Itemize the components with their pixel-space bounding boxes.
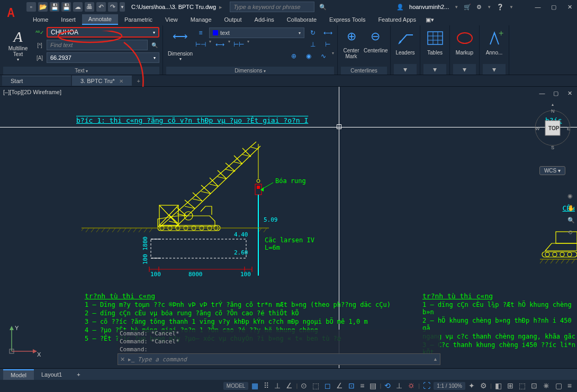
gizmo-icon[interactable]: ⛭ [405,380,417,391]
redo-icon[interactable]: ↷ [108,2,118,12]
new-icon[interactable]: ▫ [26,2,36,12]
layout-tab-layout1[interactable]: Layout1 [34,370,69,379]
quick-dim-icon[interactable]: ⟷ [213,39,226,50]
tab-express[interactable]: Express Tools [323,15,372,24]
undo-icon[interactable]: ↶ [96,2,106,12]
vp-close-icon[interactable]: ✕ [565,89,574,97]
open-icon[interactable]: 📂 [38,2,48,12]
plot-icon[interactable]: 🖶 [85,2,94,12]
tab-manage[interactable]: Manage [184,15,218,24]
text-height-dropdown[interactable]: 66.2937 ▾ [47,52,159,63]
dim-break-icon[interactable]: ⊥ [306,39,319,50]
tab-insert[interactable]: Insert [55,15,82,24]
hwaccel-icon[interactable]: ⛯ [540,380,552,391]
infer-icon[interactable]: ∠ [284,380,295,391]
file-tab-current[interactable]: 3. BPTC Tru* ✕ [72,76,132,86]
centerline-button[interactable]: ⊖ Centerline [364,30,387,65]
view-controls-label[interactable]: [–][Top][2D Wireframe] [3,89,61,95]
layout-tab-model[interactable]: Model [3,369,34,380]
dim-override-icon[interactable]: ⟷ [321,28,334,38]
maximize-icon[interactable]: ▢ [549,3,558,11]
dim-style-dropdown[interactable]: text ▾ [209,28,304,38]
tab-close-icon[interactable]: ✕ [119,78,123,84]
3dosnap-icon[interactable]: ∠ [334,380,345,391]
dimstyle-icon[interactable]: ≡ [194,28,207,38]
tol-icon[interactable]: ⊕ [287,51,300,61]
find-go-icon[interactable]: 🔍 [150,40,159,50]
wcs-badge[interactable]: WCS ▾ [539,166,565,175]
find-icon[interactable]: [ᴬ] [35,40,44,50]
center-mark-button[interactable]: ⊕ Center Mark [341,30,362,65]
annoscale-icon[interactable]: ⛶ [421,380,432,391]
saveas-icon[interactable]: 💾 [61,2,71,12]
transparency-icon[interactable]: ▤ [367,380,378,391]
markup-button[interactable]: Markup [453,26,476,64]
command-input[interactable]: Type a command [138,356,430,363]
ortho-icon[interactable]: ⊥ [272,380,283,391]
panel-anno-title[interactable]: ▾ [483,64,506,75]
qat-more-icon[interactable]: ▼ [120,2,125,12]
mtext-button[interactable]: A Multiline Text ▾ [3,26,33,65]
otrack-icon[interactable]: ⊡ [346,380,357,391]
navbar-pan-icon[interactable]: ✋ [567,205,575,212]
vp-maximize-icon[interactable]: ▢ [552,89,560,97]
lineweight-icon[interactable]: ≡ [358,380,366,391]
user-name[interactable]: hoanvuminh2... [409,4,449,10]
tab-annotate[interactable]: Annotate [82,14,118,25]
panel-tables-title[interactable]: ▾ [423,64,446,75]
cont-dim-icon[interactable]: ⊢⊢ [232,39,245,50]
height-icon[interactable]: [A] [35,53,44,62]
status-scale[interactable]: 1:1 / 100% [434,382,465,390]
cart-icon[interactable]: 🛒 [464,4,471,11]
web-icon[interactable]: ☁ [73,2,83,12]
file-tab-start[interactable]: Start [2,76,71,86]
tab-addins[interactable]: Add-ins [248,15,281,24]
grid-icon[interactable]: ▦ [249,380,260,391]
minimize-icon[interactable]: — [534,3,542,11]
search-icon[interactable]: 🔍 [319,3,327,11]
app-icon[interactable]: ⚙ [476,4,482,11]
jog-icon[interactable]: ∿ [317,51,330,61]
help-search-input[interactable]: Type a keyword or phrase [230,2,314,12]
vp-minimize-icon[interactable]: — [538,89,546,97]
snap-icon[interactable]: ⠿ [262,380,271,391]
units-icon[interactable]: ⬚ [517,380,528,391]
cmd-close-icon[interactable]: ✕ [120,356,125,363]
dimension-button[interactable]: ⟷ Dimension ▾ [166,26,194,65]
quickprop-icon[interactable]: ⊡ [529,380,539,391]
cycling-icon[interactable]: ⟲ [382,380,393,391]
drawing-canvas[interactable]: [–][Top][2D Wireframe] — ▢ ✕ b?íc 1: thi… [0,87,577,368]
navbar-orbit-icon[interactable]: ⟲ [567,229,575,236]
tab-output[interactable]: Output [218,15,248,24]
dim-update-icon[interactable]: ↻ [306,28,319,38]
panel-markup-title[interactable]: ▾ [453,64,476,75]
save-icon[interactable]: 💾 [50,2,59,12]
tab-view[interactable]: View [159,15,184,24]
workspace-icon[interactable]: ◧ [493,380,504,391]
iso-icon[interactable]: ⬚ [310,380,321,391]
leaders-button[interactable]: Leaders [394,26,417,64]
tab-featured[interactable]: Featured Apps [372,15,422,24]
check-icon[interactable]: ᴬᴮ✓ [35,28,44,37]
user-icon[interactable]: 👤 [396,4,404,11]
tab-more-icon[interactable]: ▣▾ [422,15,437,25]
add-tab-button[interactable]: + [133,78,145,84]
find-text-input[interactable]: Find text [47,40,148,50]
polar-icon[interactable]: ⊙ [299,380,309,391]
annovis-icon[interactable]: ✦ [466,380,477,391]
help-icon[interactable]: ❔ [497,4,504,11]
linear-dim-icon[interactable]: ⊢⊣ [194,39,207,50]
tab-collaborate[interactable]: Collaborate [281,15,323,24]
monitor-icon[interactable]: ⊞ [505,380,516,391]
text-style-dropdown[interactable]: CHUHOA ▾ [47,27,159,38]
panel-leaders-title[interactable]: ▾ [394,64,417,75]
tab-home[interactable]: Home [26,15,55,24]
dynucs-icon[interactable]: ⊥ [394,380,404,391]
navbar-zoom-icon[interactable]: 🔍 [567,217,575,224]
tables-button[interactable]: Tables [423,26,446,64]
viewcube[interactable]: N S W E TOP [534,103,572,152]
osnap-icon[interactable]: ◻ [322,380,333,391]
cmd-recent-icon[interactable]: ▲ [433,357,438,362]
anno-button[interactable]: + Anno... [483,26,506,64]
close-icon[interactable]: ✕ [565,3,574,11]
